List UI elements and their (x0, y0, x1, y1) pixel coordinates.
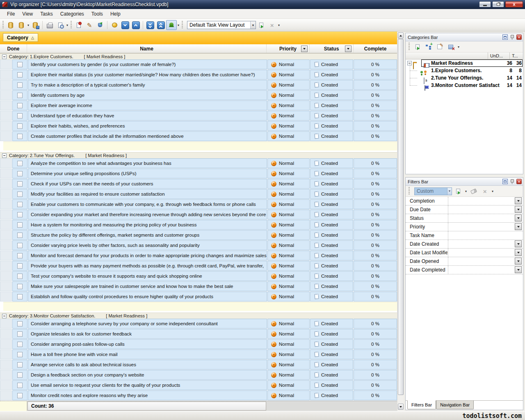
filter-dropdown-button[interactable] (515, 206, 522, 213)
move-up-button[interactable] (130, 20, 141, 30)
task-checkbox[interactable] (17, 342, 23, 347)
filter-preset-combo[interactable]: Custom (414, 187, 452, 195)
task-checkbox[interactable] (17, 72, 23, 78)
duplicate-task-button[interactable] (95, 20, 105, 30)
task-row[interactable]: Use email service to request your client… (0, 380, 397, 390)
group-by-category-button[interactable]: Category △ (3, 33, 38, 42)
layout-caret[interactable]: ▾ (278, 23, 280, 27)
column-name[interactable]: Name (27, 44, 267, 53)
task-row[interactable]: Establish and follow quality control pro… (0, 292, 397, 302)
panel-restore-button[interactable] (502, 179, 508, 184)
task-checkbox[interactable] (17, 362, 23, 368)
task-checkbox[interactable] (17, 202, 23, 207)
new-subcategory-button[interactable] (424, 42, 434, 51)
task-checkbox[interactable] (17, 82, 23, 88)
filter-dropdown-button[interactable] (515, 266, 522, 273)
edit-task-button[interactable]: ✎ (84, 20, 95, 30)
task-row[interactable]: Modify your facilities as required to en… (0, 189, 397, 199)
task-row[interactable]: Explore their habits, wishes, and prefer… (0, 121, 397, 131)
tab-filters-bar[interactable]: Filters Bar (407, 400, 436, 409)
panel-pin-button[interactable] (509, 34, 515, 40)
tree-item[interactable]: 2.Tune Your Offerings.1414 (406, 74, 523, 82)
task-row[interactable]: Make sure your salespeople are trained i… (0, 281, 397, 292)
task-checkbox[interactable] (17, 383, 23, 388)
delete-category-button[interactable] (446, 42, 456, 51)
task-row[interactable]: Consider arranging post-sales follow-up … (0, 339, 397, 349)
panel-close-button[interactable]: x (516, 34, 522, 40)
move-top-button[interactable] (155, 20, 166, 30)
task-row[interactable]: Have a system for monitoring and measuri… (0, 220, 397, 230)
menu-help[interactable]: Help (107, 9, 124, 18)
category-group-header[interactable]: Category: 1.Explore Customers.[ Market R… (0, 53, 397, 59)
task-checkbox[interactable] (17, 123, 23, 129)
column-undone[interactable]: UnD... (490, 53, 503, 58)
task-checkbox[interactable] (17, 113, 23, 119)
task-checkbox[interactable] (17, 274, 23, 279)
reminder-button[interactable] (166, 20, 177, 30)
panel-restore-button[interactable] (502, 34, 508, 40)
task-checkbox[interactable] (17, 294, 23, 299)
task-checkbox[interactable] (17, 192, 23, 197)
toolbar-grip[interactable] (409, 187, 410, 195)
task-row[interactable]: Analyze the competition to see what adva… (0, 158, 397, 169)
apply-layout-button[interactable] (256, 20, 267, 30)
task-checkbox[interactable] (17, 321, 23, 326)
task-row[interactable]: Explore their marital status (is your cu… (0, 70, 397, 80)
delete-layout-button[interactable]: × (267, 20, 277, 30)
task-row[interactable]: Enable your customers to communicate wit… (0, 199, 397, 210)
toolbar-grip[interactable] (2, 21, 4, 29)
task-row[interactable]: Check if your USPs can meet the needs of… (0, 179, 397, 189)
task-checkbox[interactable] (17, 161, 23, 166)
menu-view[interactable]: View (18, 9, 37, 18)
filters-toolbar-caret[interactable]: ▾ (492, 189, 493, 193)
task-checkbox[interactable] (17, 352, 23, 357)
task-checkbox[interactable] (17, 331, 23, 337)
menu-categories[interactable]: Categories (57, 9, 88, 18)
task-checkbox[interactable] (17, 393, 23, 398)
panel-pin-button[interactable] (509, 179, 515, 184)
toolbar-grip[interactable] (182, 21, 183, 29)
apply-filter-caret[interactable]: ▾ (465, 189, 467, 193)
task-row[interactable]: Monitor credit notes and explore reasons… (0, 390, 397, 401)
status-filter-button[interactable] (345, 46, 352, 52)
task-checkbox[interactable] (17, 284, 23, 289)
edit-category-button[interactable] (435, 42, 445, 51)
category-group-header[interactable]: Category: 3.Monitor Customer Satisfactio… (0, 313, 397, 319)
move-bottom-button[interactable] (145, 20, 155, 30)
filter-dropdown-button[interactable] (515, 240, 522, 247)
task-row[interactable]: Try to make a description of a typical c… (0, 80, 397, 90)
toolbar-grip[interactable] (409, 43, 410, 51)
toolbar-grip[interactable] (71, 21, 72, 29)
filter-dropdown-button[interactable] (515, 215, 522, 221)
task-checkbox[interactable] (17, 222, 23, 228)
open-database-caret[interactable]: ▾ (27, 23, 29, 27)
combo-dropdown-icon[interactable] (447, 188, 452, 195)
print-button[interactable] (44, 20, 55, 30)
task-checkbox[interactable] (17, 233, 23, 238)
collapse-icon[interactable] (2, 153, 7, 158)
task-checkbox[interactable] (17, 171, 23, 176)
task-row[interactable]: Consider expanding your market and there… (0, 210, 397, 220)
minimize-button[interactable] (479, 1, 491, 7)
new-task-button[interactable] (73, 20, 84, 30)
menu-file[interactable]: File (3, 9, 18, 18)
filter-dropdown-button[interactable] (515, 258, 522, 265)
filter-dropdown-button[interactable] (515, 223, 522, 230)
task-row[interactable]: Consider varying price levels by other f… (0, 240, 397, 251)
clear-filter-button[interactable] (469, 187, 479, 196)
task-row[interactable]: Create customer profiles that include al… (0, 131, 397, 142)
task-checkbox[interactable] (17, 253, 23, 258)
task-row[interactable]: Structure the policy by different offeri… (0, 230, 397, 240)
task-checkbox[interactable] (17, 212, 23, 217)
task-row[interactable]: Identify customers by ageNormalCreated0 … (0, 90, 397, 100)
print-caret[interactable]: ▾ (66, 23, 68, 27)
task-row[interactable]: Test your company's website to ensure it… (0, 271, 397, 281)
priority-filter-button[interactable] (301, 46, 308, 52)
apply-filter-button[interactable] (453, 187, 463, 196)
task-row[interactable]: Explore their average incomeNormalCreate… (0, 100, 397, 111)
task-row[interactable]: Have a toll free phone line with voice m… (0, 349, 397, 360)
column-total[interactable]: T... (512, 53, 518, 58)
task-checkbox[interactable] (17, 243, 23, 248)
task-row[interactable]: Design a feedback section on your compan… (0, 370, 397, 380)
save-database-button[interactable] (30, 20, 41, 30)
